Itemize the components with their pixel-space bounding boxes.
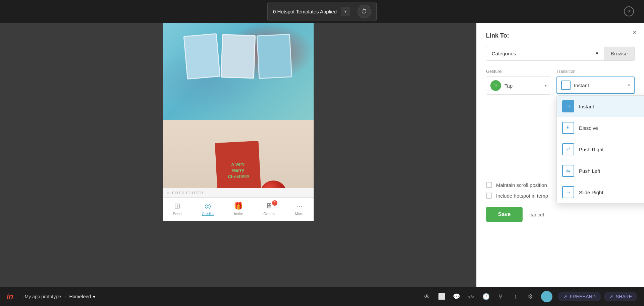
top-bar: 0 Hotspot Templates Applied ▾ ⏱ ? [0,0,644,23]
timer-button[interactable]: ⏱ [358,5,371,18]
hotspot-dropdown-arrow[interactable]: ▾ [341,7,350,16]
nav-label-send: Send [173,212,181,216]
dissolve-icon: ⠿ [562,122,574,134]
main-area: Christmas Range Get your personalised ca… [0,23,644,287]
toolbar-tools: 👁 ⬜ 💬 </> 🕐 ⑂ ↑ ⚙ ↗ FREEHAND ↗ SHARE [420,290,637,303]
share-button[interactable]: ↗ SHARE [604,292,637,301]
link-to-chevron: ▾ [596,50,598,56]
transition-option-slide-right[interactable]: ⇒ Slide Right [557,182,644,203]
share-icon: ↗ [609,294,613,299]
tap-icon: ☞ [490,80,501,91]
dissolve-label: Dissolve [579,125,598,131]
freehand-arrow-icon: ↗ [563,294,567,299]
photo-card-3 [257,34,292,79]
transition-option-instant[interactable]: □ Instant [557,96,644,117]
maintain-scroll-label: Maintain scroll position [496,182,547,188]
push-right-icon: ⇄ [562,143,574,155]
gesture-transition-row: Gesture: ☞ Tap ▾ Transition: Instant ▾ [486,69,635,95]
transition-option-push-right[interactable]: ⇄ Push Right [557,139,644,160]
slide-right-icon: ⇒ [562,186,574,198]
fixed-footer-bar: ≡ FIXED FOOTER [163,188,314,197]
gesture-section: Gesture: ☞ Tap ▾ [486,69,551,95]
canvas-area: Christmas Range Get your personalised ca… [0,23,476,287]
gesture-chevron: ▾ [545,83,547,88]
nav-item-credits[interactable]: ◎ Credits [202,202,214,216]
send-icon: ⊞ [174,202,180,210]
logo: in [7,292,13,301]
history-tool[interactable]: 🕐 [479,290,493,303]
breadcrumb-my-app[interactable]: My app prototype [25,294,61,299]
share-link-tool[interactable]: ⑂ [494,290,507,303]
breadcrumb-homefeed[interactable]: Homefeed ▾ [69,294,95,299]
invite-icon: 🎁 [234,202,243,210]
nav-label-orders: Orders [263,212,275,216]
transition-value: Instant [574,83,625,88]
preview-tool[interactable]: 👁 [420,290,434,303]
gesture-label: Gesture: [486,69,551,74]
gesture-dropdown[interactable]: ☞ Tap ▾ [486,76,551,95]
nav-label-invite: Invite [234,212,243,216]
more-icon: ··· [296,202,302,210]
transition-dropdown-menu: □ Instant ⠿ Dissolve ⇄ Push Right [556,95,644,203]
browse-button[interactable]: Browse [604,47,634,60]
hotspot-templates-label: 0 Hotspot Templates Applied [273,9,337,14]
settings-tool[interactable]: ⚙ [524,290,537,303]
credits-icon: ◎ [205,202,211,210]
upload-tool[interactable]: ↑ [509,290,522,303]
nav-item-send[interactable]: ⊞ Send [173,202,181,216]
orders-icon: 🖥 [265,202,273,210]
credits-active-underline [202,215,214,216]
cancel-button[interactable]: cancel [529,212,544,217]
breadcrumb-sep: › [64,294,66,299]
photo-card-1 [183,33,221,80]
nav-label-more: More [295,212,304,216]
bottom-nav: ⊞ Send ◎ Credits 🎁 Invite 🖥 2 [163,197,314,221]
freehand-button[interactable]: ↗ FREEHAND [558,292,601,301]
slide-right-label: Slide Right [579,190,603,195]
nav-item-invite[interactable]: 🎁 Invite [234,202,243,216]
transition-label: Transition: [556,69,635,74]
breadcrumb: My app prototype › Homefeed ▾ [25,294,95,299]
phone-screen: Christmas Range Get your personalised ca… [163,23,314,221]
instant-label: Instant [579,104,594,109]
orders-badge: 2 [272,200,277,206]
help-button[interactable]: ? [624,6,634,16]
transition-icon-box [561,81,571,90]
right-panel: × Link To: Categories ▾ Browse Gesture: [476,23,644,287]
panel-title: Link To: [486,32,635,39]
share-label: SHARE [616,294,632,299]
fixed-footer-text: FIXED FOOTER [172,191,203,195]
include-hotspot-checkbox[interactable] [486,193,492,199]
screens-tool[interactable]: ⬜ [435,290,448,303]
link-to-select[interactable]: Categories ▾ [486,46,604,60]
push-left-icon: ⇆ [562,165,574,177]
fixed-footer-icon: ≡ [167,190,169,196]
transition-option-dissolve[interactable]: ⠿ Dissolve [557,117,644,139]
transition-dropdown-button[interactable]: Instant ▾ [556,76,635,94]
photo-card-2 [221,34,256,79]
push-right-label: Push Right [579,147,603,152]
code-tool[interactable]: </> [465,290,478,303]
phone-mockup: Christmas Range Get your personalised ca… [163,23,314,221]
transition-option-push-left[interactable]: ⇆ Push Left [557,160,644,182]
nav-item-orders[interactable]: 🖥 2 Orders [263,202,275,216]
transition-section: Transition: Instant ▾ □ Instant [556,69,635,94]
hotspot-templates-pill[interactable]: 0 Hotspot Templates Applied ▾ ⏱ [267,2,377,21]
instant-icon: □ [562,100,574,112]
freehand-label: FREEHAND [570,294,596,299]
maintain-scroll-checkbox[interactable] [486,182,492,188]
link-to-value: Categories [492,51,516,56]
panel-inner: × Link To: Categories ▾ Browse Gesture: [477,23,644,287]
include-hotspot-label: Include hotspot in temp [496,193,548,199]
save-button[interactable]: Save [486,207,523,222]
panel-close-button[interactable]: × [630,28,639,37]
nav-item-more[interactable]: ··· More [295,202,304,216]
bottom-toolbar: in › My app prototype › Homefeed ▾ 👁 ⬜ 💬… [0,287,644,306]
comments-tool[interactable]: 💬 [450,290,463,303]
gesture-value: Tap [504,83,541,89]
user-avatar[interactable] [541,291,552,302]
push-left-label: Push Left [579,168,600,174]
photo-cards [163,23,314,90]
link-to-dropdown[interactable]: Categories ▾ Browse [486,46,635,61]
action-row: Save cancel [477,207,644,232]
